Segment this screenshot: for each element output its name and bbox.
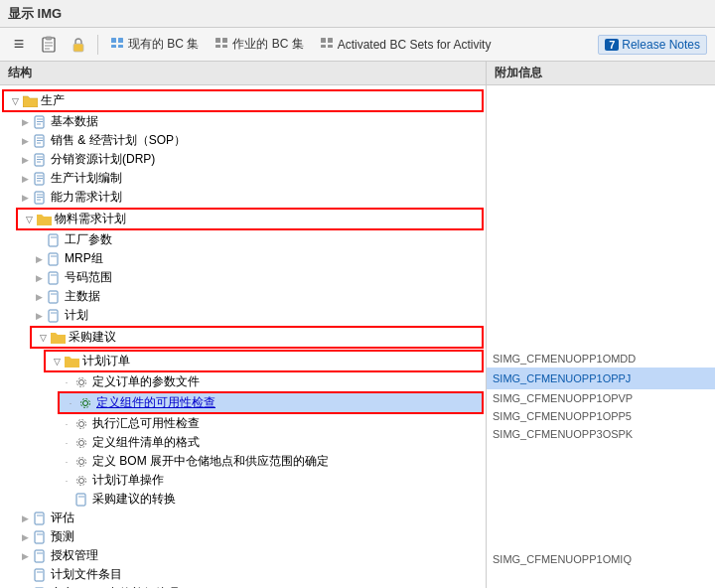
tree-row-gongchangcanshu[interactable]: 工厂参数 [0, 230, 486, 249]
toggle-dingyi5: · [60, 455, 73, 469]
doc-icon-gongchangcanshu [46, 233, 62, 247]
svg-rect-22 [35, 135, 44, 147]
doc-icon-haomafw [46, 271, 62, 285]
svg-point-54 [79, 440, 84, 445]
toolbar-bc-work[interactable]: 作业的 BC 集 [211, 34, 307, 55]
toggle-jihua[interactable]: ▶ [32, 309, 46, 323]
info-row-dingyi6 [487, 443, 715, 461]
bc-current-icon [110, 36, 124, 53]
label-jihuawenjian: 计划文件条目 [51, 566, 122, 583]
tree-row-xiaoshou[interactable]: ▶ 销售 & 经营计划（SOP） [0, 131, 486, 150]
info-row-dingyi4: SIMG_CFMENUOPP1OPP5 [487, 407, 715, 425]
tree-row-yuce[interactable]: ▶ 预测 [0, 527, 486, 546]
tree-row-defmrp[interactable]: · 定义 MRP 中的并行处理 [0, 584, 486, 588]
release-notes-label: Release Notes [622, 38, 700, 52]
label-fenxiao: 分销资源计划(DRP) [51, 151, 155, 168]
tree-row-dingyi3[interactable]: · 执行汇总可用性检查 [0, 414, 486, 433]
folder-icon-shengchan [22, 94, 38, 108]
info-code-defmrp: SIMG_CFMENUOPP1OMIQ [487, 552, 638, 566]
toggle-dingyi4: · [60, 436, 73, 450]
toolbar-bc-current[interactable]: 现有的 BC 集 [106, 34, 203, 55]
svg-point-56 [79, 459, 84, 464]
toolbar-icon-1[interactable]: ≡ [8, 34, 30, 56]
tree-row-caigou[interactable]: ▽ 采购建议 [32, 328, 482, 347]
tree-row-jibenshuju[interactable]: ▶ 基本数据 [0, 112, 486, 131]
toggle-dingyi1: · [60, 375, 73, 389]
doc-icon-jibenshuju [32, 115, 48, 129]
toolbar-icon-3[interactable] [68, 34, 89, 56]
info-code-dingyi3: SIMG_CFMENUOPP1OPVP [487, 391, 639, 405]
tree-row-shengchanjihua[interactable]: ▶ 生产计划编制 [0, 169, 486, 188]
tree-row-mrpzu[interactable]: ▶ MRP组 [0, 249, 486, 268]
tree-row-wuliao[interactable]: ▽ 物料需求计划 [18, 210, 482, 228]
toggle-shengchan[interactable]: ▽ [8, 94, 22, 108]
doc-icon-shengchanjihua [32, 172, 48, 186]
tree-row-dingyi7[interactable]: 采购建议的转换 [0, 490, 486, 509]
tree-row-shouquan[interactable]: ▶ 授权管理 [0, 546, 486, 565]
folder-icon-caigou [50, 331, 66, 345]
toggle-dingyi7 [60, 493, 73, 507]
svg-point-53 [77, 419, 86, 428]
info-code-dingyi1: SIMG_CFMENUOPP1OMDD [487, 352, 642, 366]
tree-row-fenxiao[interactable]: ▶ 分销资源计划(DRP) [0, 150, 486, 169]
tree-row-haomafw[interactable]: ▶ 号码范围 [0, 268, 486, 287]
tree-row-dingyi1[interactable]: · 定义订单的参数文件 [0, 372, 486, 391]
toggle-nengli[interactable]: ▶ [18, 191, 32, 205]
svg-point-48 [79, 379, 84, 384]
release-notes-button[interactable]: 7 Release Notes [598, 35, 707, 55]
svg-point-50 [83, 400, 88, 405]
tree-row-dingyi2[interactable]: · 定义组件的可用性检查 [60, 393, 482, 412]
tree-row-dingyi4[interactable]: · 定义组件清单的格式 [0, 433, 486, 452]
tree-row-dingyi6[interactable]: · 计划订单操作 [0, 471, 486, 490]
folder-icon-jihuadingdan [64, 355, 79, 368]
bc-work-icon [214, 36, 228, 53]
toggle-yuce[interactable]: ▶ [18, 530, 32, 544]
tree-row-jihua[interactable]: ▶ 计划 [0, 306, 486, 325]
doc-icon-shouquan [32, 549, 48, 563]
label-dingyi7: 采购建议的转换 [92, 491, 176, 508]
toggle-fenxiao[interactable]: ▶ [18, 153, 32, 167]
info-panel-header: 附加信息 [487, 62, 715, 85]
toggle-jihuadingdan[interactable]: ▽ [50, 355, 64, 368]
label-dingyi4: 定义组件清单的格式 [92, 434, 200, 451]
tree-row-pinggu[interactable]: ▶ 评估 [0, 509, 486, 527]
toggle-zhushuju[interactable]: ▶ [32, 290, 46, 304]
toggle-wuliao[interactable]: ▽ [22, 213, 36, 226]
tree-row-shengchan[interactable]: ▽ 生产 [4, 91, 482, 110]
toggle-haomafw[interactable]: ▶ [32, 271, 46, 285]
tree-row-nengli[interactable]: ▶ 能力需求计划 [0, 188, 486, 207]
toolbar-bc-activated[interactable]: Activated BC Sets for Activity [316, 34, 496, 55]
svg-rect-68 [35, 569, 44, 581]
toggle-shengchanjihua[interactable]: ▶ [18, 172, 32, 186]
label-jibenshuju: 基本数据 [51, 113, 98, 130]
toggle-caigou[interactable]: ▽ [36, 331, 50, 345]
label-pinggu: 评估 [51, 510, 74, 526]
toggle-jihuawenjian [18, 568, 32, 582]
doc-icon-mrpzu [46, 252, 62, 266]
gear-icon-dingyi5 [73, 455, 89, 469]
tree-row-jihuawenjian[interactable]: 计划文件条目 [0, 565, 486, 584]
info-row-dingyi7 [487, 461, 715, 479]
label-haomafw: 号码范围 [65, 269, 112, 286]
svg-rect-5 [73, 44, 83, 52]
toolbar-icon-2[interactable] [38, 34, 60, 56]
toggle-mrpzu[interactable]: ▶ [32, 252, 46, 266]
doc-icon-zhushuju [46, 290, 62, 304]
svg-rect-1 [46, 37, 52, 40]
toggle-shouquan[interactable]: ▶ [18, 549, 32, 563]
doc-icon-jihua [46, 309, 62, 323]
label-jihua: 计划 [65, 307, 88, 324]
svg-rect-12 [215, 45, 220, 48]
svg-rect-9 [118, 45, 123, 48]
toggle-gongchangcanshu [32, 233, 46, 247]
doc-icon-jihuawenjian [32, 568, 48, 582]
toggle-xiaoshou[interactable]: ▶ [18, 134, 32, 148]
tree-row-zhushuju[interactable]: ▶ 主数据 [0, 287, 486, 306]
label-mrpzu: MRP组 [65, 250, 103, 267]
svg-rect-38 [49, 234, 58, 246]
gear-icon-dingyi3 [73, 417, 89, 431]
toggle-jibenshuju[interactable]: ▶ [18, 115, 32, 129]
tree-row-dingyi5[interactable]: · 定义 BOM 展开中仓储地点和供应范围的确定 [0, 452, 486, 471]
toggle-pinggu[interactable]: ▶ [18, 512, 32, 525]
tree-row-jihuadingdan[interactable]: ▽ 计划订单 [46, 352, 482, 370]
